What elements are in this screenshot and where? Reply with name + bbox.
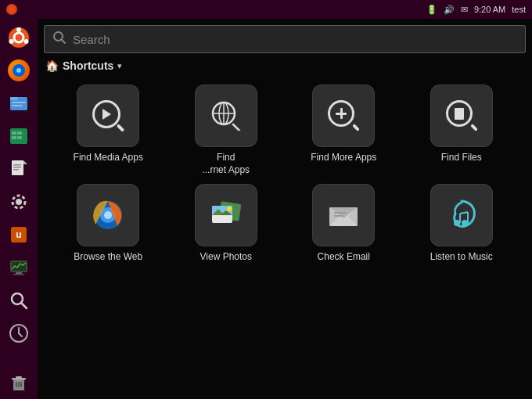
user-display: test xyxy=(512,5,526,14)
svg-line-37 xyxy=(62,40,66,44)
svg-rect-25 xyxy=(16,272,22,274)
svg-rect-34 xyxy=(18,382,20,387)
app-view-photos[interactable]: View Photos xyxy=(171,184,282,264)
svg-rect-57 xyxy=(334,215,343,217)
svg-rect-12 xyxy=(12,136,16,139)
find-more-label: Find More Apps xyxy=(311,152,376,164)
svg-point-19 xyxy=(16,199,22,205)
photos-icon xyxy=(206,195,246,235)
sidebar-item-myunity[interactable]: u xyxy=(3,219,34,250)
breadcrumb-arrow-icon: ▾ xyxy=(117,61,122,71)
sidebar-item-ubuntu[interactable] xyxy=(3,22,34,53)
svg-text:u: u xyxy=(16,229,21,240)
sidebar-item-spreadsheet[interactable] xyxy=(3,120,34,152)
app-find-files[interactable]: Find Files xyxy=(407,84,517,176)
battery-icon: 🔋 xyxy=(426,5,437,15)
svg-rect-32 xyxy=(16,376,22,378)
time-display: 9:20 AM xyxy=(474,5,505,14)
find-media-label: Find Media Apps xyxy=(74,152,143,164)
browse-web-icon-wrap xyxy=(77,184,139,246)
find-more-icon xyxy=(326,99,361,133)
sidebar-item-settings[interactable] xyxy=(3,186,34,217)
find-internet-label: Find...rnet Apps xyxy=(202,152,250,176)
document-icon xyxy=(8,158,30,180)
sidebar-item-update[interactable] xyxy=(3,318,34,349)
app-find-media[interactable]: Find Media Apps xyxy=(53,84,164,176)
mail-icon: ✉ xyxy=(461,5,468,15)
view-photos-icon-wrap xyxy=(195,184,257,246)
app-find-more[interactable]: Find More Apps xyxy=(289,84,399,176)
ubuntu-icon xyxy=(8,27,30,49)
svg-line-42 xyxy=(233,124,239,131)
search-icon xyxy=(52,31,66,48)
email-icon xyxy=(323,195,364,235)
search-dash-icon xyxy=(8,289,30,311)
app-browse-web[interactable]: Browse the Web xyxy=(53,184,164,264)
dash-area: 🏠 Shortcuts ▾ Find Media Apps xyxy=(38,19,532,399)
top-bar-right: 🔋 🔊 ✉ 9:20 AM test xyxy=(426,5,526,15)
sidebar-item-document[interactable] xyxy=(3,153,34,185)
update-icon xyxy=(8,322,30,344)
svg-rect-10 xyxy=(12,131,16,135)
svg-rect-26 xyxy=(13,274,24,275)
svg-point-58 xyxy=(462,220,468,226)
svg-rect-6 xyxy=(10,97,18,100)
svg-rect-7 xyxy=(12,102,26,103)
search-bar[interactable] xyxy=(44,25,526,53)
files-icon xyxy=(8,92,30,114)
browse-web-label: Browse the Web xyxy=(74,251,142,264)
sidebar-item-files[interactable] xyxy=(3,88,34,119)
app-check-email[interactable]: Check Email xyxy=(289,184,399,264)
svg-rect-8 xyxy=(12,105,23,106)
apps-grid: Find Media Apps Find...rnet A xyxy=(38,77,532,271)
firefox-icon xyxy=(88,195,128,235)
listen-music-label: Listen to Music xyxy=(430,251,493,264)
settings-icon xyxy=(8,191,30,213)
sidebar: u xyxy=(0,19,38,399)
sidebar-item-firefox[interactable] xyxy=(3,55,34,86)
volume-icon: 🔊 xyxy=(444,5,455,15)
sidebar-item-search[interactable] xyxy=(3,285,34,316)
globe-svg xyxy=(210,99,241,131)
firefox-icon xyxy=(8,59,30,81)
find-more-icon-wrap xyxy=(312,84,375,147)
sidebar-item-trash[interactable] xyxy=(3,368,34,399)
find-files-icon xyxy=(444,99,479,133)
music-icon xyxy=(441,195,482,235)
sidebar-item-system[interactable] xyxy=(3,252,34,283)
svg-rect-17 xyxy=(13,167,21,168)
find-files-label: Find Files xyxy=(441,152,482,164)
listen-music-icon-wrap xyxy=(430,184,493,246)
ubuntu-logo-icon xyxy=(6,4,17,15)
trash-icon xyxy=(8,372,30,394)
svg-rect-31 xyxy=(12,378,26,380)
svg-line-62 xyxy=(460,212,468,214)
svg-point-4 xyxy=(24,39,29,44)
svg-rect-18 xyxy=(13,169,19,171)
myunity-icon: u xyxy=(8,224,30,246)
svg-point-59 xyxy=(454,220,460,226)
top-bar: 🔋 🔊 ✉ 9:20 AM test xyxy=(0,0,532,19)
svg-rect-16 xyxy=(13,164,21,166)
svg-line-28 xyxy=(21,303,27,308)
svg-point-3 xyxy=(9,39,14,44)
top-bar-left xyxy=(6,4,17,15)
view-photos-label: View Photos xyxy=(200,251,253,264)
find-files-icon-wrap xyxy=(430,84,493,147)
app-listen-music[interactable]: Listen to Music xyxy=(407,184,517,264)
system-icon xyxy=(8,257,30,279)
search-input[interactable] xyxy=(73,33,517,46)
svg-point-51 xyxy=(227,207,232,211)
svg-rect-13 xyxy=(17,136,22,139)
main-layout: u xyxy=(0,19,532,399)
app-find-internet[interactable]: Find...rnet Apps xyxy=(171,84,282,176)
breadcrumb-label: Shortcuts xyxy=(63,59,113,72)
svg-marker-15 xyxy=(23,160,27,164)
spreadsheet-icon xyxy=(8,125,30,147)
svg-rect-11 xyxy=(17,131,22,135)
breadcrumb: 🏠 Shortcuts ▾ xyxy=(38,58,532,77)
svg-rect-35 xyxy=(20,382,22,387)
svg-rect-56 xyxy=(334,212,347,214)
check-email-label: Check Email xyxy=(318,251,370,264)
find-media-icon xyxy=(91,99,125,133)
